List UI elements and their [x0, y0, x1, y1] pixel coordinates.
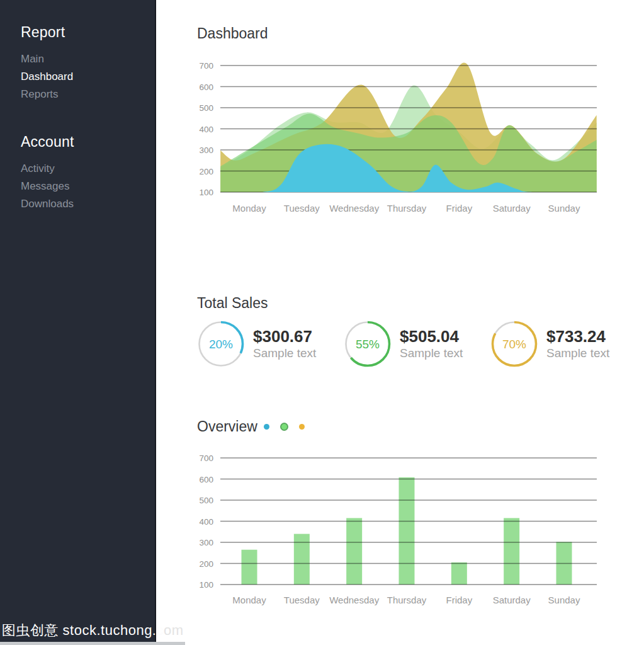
bar-thursday [398, 477, 414, 585]
stat-card: 55%$505.04Sample text [343, 319, 463, 369]
x-axis-label: Tuesday [284, 595, 320, 605]
overview-title: Overview [197, 418, 257, 435]
sidebar-section: ReportMainDashboardReports [21, 24, 155, 103]
y-axis-tick-label: 600 [199, 83, 213, 92]
bar-chart: 700600500400300200100MondayTuesdayWednes… [189, 443, 604, 611]
y-axis-tick-label: 100 [199, 188, 213, 197]
sidebar-item-messages[interactable]: Messages [21, 178, 155, 195]
x-axis-label: Saturday [493, 203, 531, 214]
watermark-text-dark: 图虫创意 stock.tuchong.c [2, 622, 164, 638]
watermark: 图虫创意 stock.tuchong.com [2, 621, 184, 640]
y-axis-tick-label: 200 [199, 559, 213, 569]
y-axis-tick-label: 500 [199, 103, 213, 113]
sidebar-section-title: Account [21, 134, 155, 150]
y-axis-tick-label: 400 [199, 517, 213, 527]
y-axis-tick-label: 300 [199, 538, 213, 547]
donut-progress-55%: 55% [343, 319, 392, 368]
donut-percent-label: 20% [209, 338, 233, 351]
bottom-strip [0, 642, 185, 645]
stat-card: 20%$300.67Sample text [196, 319, 316, 369]
x-axis-label: Wednesday [329, 203, 379, 214]
y-axis-tick-label: 600 [199, 475, 213, 484]
y-axis-tick-label: 700 [199, 61, 213, 71]
stat-text: $733.24Sample text [546, 327, 609, 361]
watermark-text-light: om [164, 622, 184, 638]
stat-caption: Sample text [400, 346, 463, 361]
sidebar-item-reports[interactable]: Reports [21, 86, 155, 103]
y-axis-tick-label: 700 [199, 454, 213, 463]
donut-percent-label: 70% [502, 338, 526, 351]
sidebar-section: AccountActivityMessagesDownloads [21, 134, 155, 213]
legend-dot-blue-series [264, 424, 269, 430]
x-axis-label: Sunday [548, 203, 580, 214]
x-axis-label: Saturday [493, 595, 531, 605]
bar-friday [451, 562, 467, 585]
y-axis-tick-label: 100 [199, 580, 213, 590]
donut-percent-label: 55% [356, 338, 380, 351]
sidebar-item-downloads[interactable]: Downloads [21, 195, 155, 213]
stat-caption: Sample text [546, 346, 609, 361]
bar-tuesday [294, 534, 310, 585]
stat-text: $300.67Sample text [253, 327, 316, 361]
sidebar-item-main[interactable]: Main [21, 50, 155, 68]
x-axis-label: Friday [446, 595, 472, 605]
sidebar: ReportMainDashboardReportsAccountActivit… [0, 0, 156, 645]
bar-wednesday [346, 518, 362, 585]
stat-value: $733.24 [546, 327, 609, 346]
x-axis-label: Monday [232, 595, 266, 605]
y-axis-tick-label: 500 [199, 496, 213, 505]
page-title: Dashboard [197, 25, 268, 42]
donut-progress-20%: 20% [196, 319, 246, 368]
legend-dot-yellow-series [299, 424, 305, 430]
y-axis-tick-label: 400 [199, 125, 213, 134]
x-axis-label: Thursday [387, 595, 427, 605]
stat-card: 70%$733.24Sample text [490, 319, 609, 369]
area-chart: 700600500400300200100MondayTuesdayWednes… [189, 57, 604, 218]
stat-text: $505.04Sample text [400, 327, 463, 361]
bar-saturday [504, 518, 519, 585]
bar-monday [242, 550, 257, 585]
sidebar-nav: ReportMainDashboardReportsAccountActivit… [21, 24, 155, 213]
legend-dot-green-series [280, 423, 288, 431]
x-axis-label: Monday [232, 203, 266, 214]
sidebar-item-activity[interactable]: Activity [21, 160, 155, 178]
sidebar-item-dashboard[interactable]: Dashboard [21, 68, 155, 86]
sidebar-section-title: Report [21, 24, 155, 40]
y-axis-tick-label: 300 [199, 146, 213, 155]
stat-caption: Sample text [253, 346, 316, 361]
stat-value: $300.67 [253, 327, 316, 346]
stat-value: $505.04 [400, 327, 463, 346]
y-axis-tick-label: 200 [199, 167, 213, 176]
x-axis-label: Friday [446, 203, 472, 214]
overview-legend [264, 422, 305, 431]
x-axis-label: Thursday [387, 203, 427, 214]
donut-progress-70%: 70% [490, 319, 539, 368]
total-sales-title: Total Sales [197, 295, 268, 311]
x-axis-label: Tuesday [284, 203, 320, 214]
x-axis-label: Wednesday [329, 595, 379, 605]
x-axis-label: Sunday [548, 595, 580, 605]
